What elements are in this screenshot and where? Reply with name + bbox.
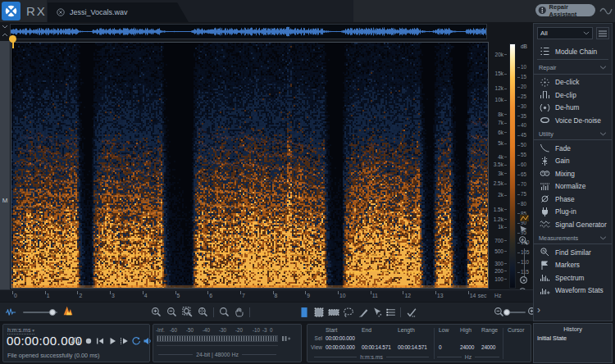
- sidebar-item-spectrum[interactable]: Spectrum: [534, 271, 612, 284]
- freq-unit-label: Hz: [437, 354, 499, 360]
- time-tick-label: 1: [47, 293, 50, 298]
- time-tick: [403, 291, 403, 294]
- vzoom-slider[interactable]: [524, 248, 525, 278]
- tool-time-select[interactable]: [298, 307, 310, 318]
- time-tick-label: 11: [372, 293, 378, 298]
- sidebar-item-mixing[interactable]: Mixing: [534, 167, 612, 180]
- time-tick: [207, 291, 208, 294]
- preview-headphones-button[interactable]: [71, 336, 80, 346]
- sidebar-item-voice-de-noise[interactable]: Voice De-noise: [534, 114, 612, 126]
- sidebar-item-module-chain[interactable]: Module Chain: [534, 45, 612, 57]
- spectrogram-view[interactable]: [11, 42, 489, 289]
- tab-close-icon[interactable]: [57, 8, 65, 16]
- loop-button[interactable]: [131, 336, 141, 346]
- db-tick-label: 40: [517, 122, 526, 128]
- vzoom-slider-handle[interactable]: [520, 276, 527, 284]
- row-sel-label: Sel: [309, 335, 322, 341]
- section-header-repair[interactable]: Repair: [534, 62, 612, 75]
- sidebar-item-label: Voice De-noise: [555, 116, 601, 125]
- time-tick-label: 6: [209, 293, 212, 298]
- db-tick-label: 35: [517, 113, 526, 119]
- time-tick: [45, 291, 46, 294]
- sidebar-item-signal-generator[interactable]: Signal Generator: [534, 218, 612, 230]
- hand-tool-button[interactable]: [235, 307, 246, 318]
- view-end: 00:00:14.571: [362, 344, 391, 350]
- freq-tick-label: 1k: [490, 224, 503, 230]
- meter-tick-label: -20: [235, 327, 243, 333]
- tool-time-freq-select[interactable]: [313, 307, 325, 318]
- section-header-measurements[interactable]: Measurements: [534, 232, 612, 244]
- time-tick-label: 7: [242, 293, 245, 298]
- playhead-marker[interactable]: [9, 35, 17, 48]
- sidebar-item-normalize[interactable]: Normalize: [534, 180, 612, 193]
- sidebar-item-de-hum[interactable]: De-hum: [534, 102, 612, 114]
- sidebar-item-de-clip[interactable]: De-clip: [534, 89, 612, 101]
- sidebar-item-fade[interactable]: Fade: [534, 142, 612, 154]
- record-button[interactable]: [84, 336, 93, 346]
- time-ruler[interactable]: 01234567891011121314secHz: [0, 289, 533, 302]
- markers-icon: [540, 260, 550, 271]
- overview-waveform[interactable]: [10, 24, 487, 39]
- freq-tick-label: 2.5k: [490, 180, 503, 186]
- meter-options-icon[interactable]: [281, 334, 291, 343]
- module-menu-button[interactable]: [596, 27, 609, 39]
- normalize-icon: [540, 181, 550, 192]
- hzoom-slider-handle[interactable]: [503, 309, 510, 316]
- db-tick-label: 70: [517, 181, 526, 187]
- collapse-up-icon[interactable]: [2, 32, 8, 37]
- sidebar-item-de-click[interactable]: De-click: [534, 76, 612, 89]
- vzoom-in-button[interactable]: [518, 235, 529, 246]
- instant-process-button[interactable]: [406, 307, 417, 318]
- zoom-in-button[interactable]: [151, 307, 162, 318]
- overview-waveform-canvas[interactable]: [11, 25, 486, 39]
- sidebar-item-plug-in[interactable]: Plug-in: [534, 206, 612, 218]
- sidebar-item-phase[interactable]: Phase: [534, 193, 612, 205]
- history-item[interactable]: Initial State: [537, 334, 567, 342]
- declick-icon: [540, 77, 550, 88]
- meter-bar: [157, 335, 278, 342]
- sidebar-item-find-similar[interactable]: Find Similar: [534, 246, 612, 258]
- tool-lasso-select[interactable]: [343, 307, 354, 318]
- section-header-utility[interactable]: Utility: [534, 128, 612, 140]
- freq-tick-label: 1.5k: [490, 207, 503, 212]
- module-filter-select[interactable]: All: [537, 27, 593, 39]
- magnify-tool-button[interactable]: [219, 307, 230, 318]
- play-button[interactable]: [107, 336, 117, 346]
- sidebar-item-waveform-stats[interactable]: Waveform Stats: [534, 284, 612, 297]
- sel-start: 00:00:00.000: [326, 335, 355, 341]
- transport-panel: h:m:s.ms ▾ 00:00:00.000: [2, 324, 150, 362]
- collapse-down-icon[interactable]: [2, 25, 8, 30]
- chevron-down-icon: [599, 66, 607, 70]
- freq-tick-label: 300: [490, 261, 503, 266]
- frequency-ruler[interactable]: 20k15k12k10k8k7k6k5k4k3.5k3k2.5k2k1.5k1.…: [490, 42, 503, 289]
- play-selection-button[interactable]: [119, 336, 129, 346]
- freq-tick-label: 2k: [490, 192, 503, 198]
- spectrum-icon: [540, 272, 550, 283]
- scroll-indicator-icon[interactable]: [519, 225, 528, 233]
- waveform-display-icon[interactable]: [5, 307, 16, 318]
- tool-harmonic-select[interactable]: [385, 307, 397, 318]
- spectrogram-colorbar[interactable]: [509, 43, 516, 289]
- zoom-out-button[interactable]: [166, 307, 178, 318]
- sidebar-item-gain[interactable]: Gain: [534, 155, 612, 167]
- tool-brush-select[interactable]: [358, 307, 369, 318]
- module-sidebar: All Module ChainRepairDe-clickDe-clipDe-…: [533, 23, 613, 321]
- izotope-logo-icon[interactable]: [2, 2, 20, 20]
- repair-assistant-button[interactable]: Repair Assistant: [535, 4, 595, 16]
- zoom-fit-button[interactable]: [198, 307, 209, 318]
- db-tick-label: 65: [517, 171, 526, 177]
- display-blend-handle[interactable]: [49, 309, 56, 316]
- file-tab[interactable]: Jessi_Vocals.wav: [48, 2, 189, 22]
- sidebar-expander-button[interactable]: ›: [537, 304, 540, 316]
- zoom-selection-button[interactable]: [182, 307, 194, 318]
- skip-to-start-button[interactable]: [95, 336, 105, 346]
- tool-freq-select[interactable]: [328, 307, 339, 318]
- output-monitor-button[interactable]: [143, 336, 153, 346]
- channel-mono-button[interactable]: M: [0, 197, 10, 204]
- spectrogram-display-icon[interactable]: [62, 305, 74, 316]
- sidebar-item-markers[interactable]: Markers: [534, 259, 612, 271]
- spectrogram-settings-icon[interactable]: [519, 214, 530, 222]
- repair-assistant-label: Repair Assistant: [549, 3, 595, 18]
- spectrogram-canvas[interactable]: [11, 43, 488, 288]
- tool-wand-select[interactable]: [371, 307, 383, 318]
